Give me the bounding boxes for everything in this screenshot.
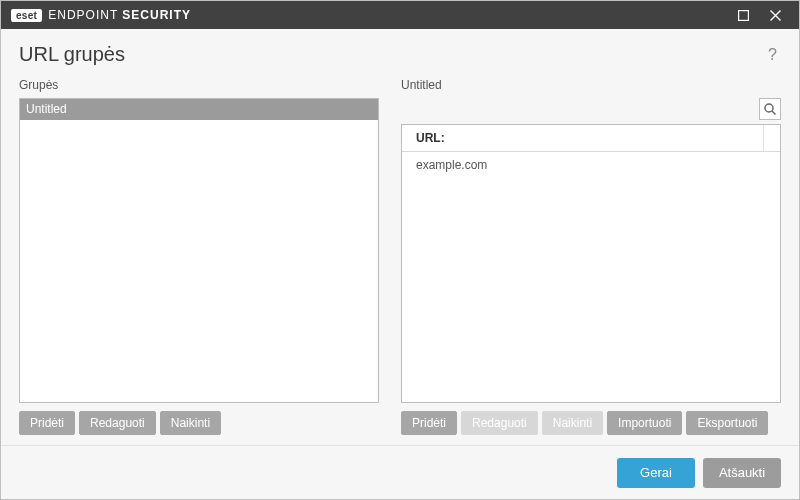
- brand-badge: eset: [11, 9, 42, 22]
- group-item[interactable]: Untitled: [20, 99, 378, 120]
- footer: Gerai Atšaukti: [1, 445, 799, 499]
- brand-text: ENDPOINT SECURITY: [48, 8, 191, 22]
- close-button[interactable]: [759, 1, 791, 29]
- urls-add-button[interactable]: Pridėti: [401, 411, 457, 435]
- svg-rect-0: [738, 10, 748, 20]
- groups-delete-button[interactable]: Naikinti: [160, 411, 221, 435]
- help-button[interactable]: ?: [764, 44, 781, 66]
- groups-add-button[interactable]: Pridėti: [19, 411, 75, 435]
- urls-import-button[interactable]: Importuoti: [607, 411, 682, 435]
- groups-label: Grupės: [19, 78, 379, 92]
- svg-point-1: [765, 104, 773, 112]
- ok-button[interactable]: Gerai: [617, 458, 695, 488]
- groups-column: Grupės Untitled Pridėti Redaguoti Naikin…: [19, 78, 379, 435]
- window: eset ENDPOINT SECURITY URL grupės ? Grup…: [0, 0, 800, 500]
- url-table-head: URL:: [402, 125, 780, 152]
- url-column-header[interactable]: URL:: [402, 125, 764, 151]
- urls-column: Untitled URL: example.com Pridėti Redagu…: [401, 78, 781, 435]
- url-row[interactable]: example.com: [402, 152, 780, 178]
- header: URL grupės ?: [1, 29, 799, 78]
- brand-light: ENDPOINT: [48, 8, 122, 22]
- urls-export-button[interactable]: Eksportuoti: [686, 411, 768, 435]
- maximize-icon: [738, 10, 749, 21]
- groups-buttons: Pridėti Redaguoti Naikinti: [19, 411, 379, 435]
- titlebar: eset ENDPOINT SECURITY: [1, 1, 799, 29]
- search-row: [401, 98, 781, 120]
- search-icon: [764, 103, 776, 115]
- maximize-button[interactable]: [727, 1, 759, 29]
- url-table: URL: example.com: [401, 124, 781, 403]
- urls-delete-button: Naikinti: [542, 411, 603, 435]
- brand: eset ENDPOINT SECURITY: [11, 8, 191, 22]
- urls-edit-button: Redaguoti: [461, 411, 538, 435]
- search-button[interactable]: [759, 98, 781, 120]
- close-icon: [770, 10, 781, 21]
- url-table-body[interactable]: example.com: [402, 152, 780, 402]
- page-title: URL grupės: [19, 43, 764, 66]
- groups-edit-button[interactable]: Redaguoti: [79, 411, 156, 435]
- content: Grupės Untitled Pridėti Redaguoti Naikin…: [1, 78, 799, 445]
- urls-label: Untitled: [401, 78, 781, 92]
- groups-list[interactable]: Untitled: [19, 98, 379, 403]
- cancel-button[interactable]: Atšaukti: [703, 458, 781, 488]
- brand-bold: SECURITY: [122, 8, 191, 22]
- urls-buttons: Pridėti Redaguoti Naikinti Importuoti Ek…: [401, 411, 781, 435]
